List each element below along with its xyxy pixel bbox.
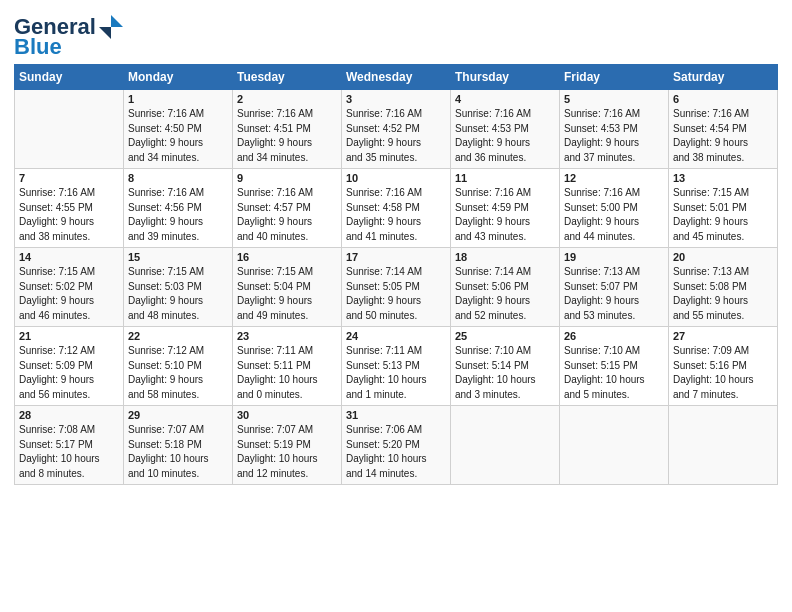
calendar-cell: 21Sunrise: 7:12 AM Sunset: 5:09 PM Dayli…: [15, 327, 124, 406]
day-info: Sunrise: 7:10 AM Sunset: 5:14 PM Dayligh…: [455, 344, 555, 402]
calendar-cell: 22Sunrise: 7:12 AM Sunset: 5:10 PM Dayli…: [124, 327, 233, 406]
logo: General Blue: [14, 14, 124, 58]
day-info: Sunrise: 7:16 AM Sunset: 4:52 PM Dayligh…: [346, 107, 446, 165]
day-number: 2: [237, 93, 337, 105]
day-number: 20: [673, 251, 773, 263]
day-info: Sunrise: 7:15 AM Sunset: 5:04 PM Dayligh…: [237, 265, 337, 323]
calendar-cell: 26Sunrise: 7:10 AM Sunset: 5:15 PM Dayli…: [560, 327, 669, 406]
calendar-cell: 5Sunrise: 7:16 AM Sunset: 4:53 PM Daylig…: [560, 90, 669, 169]
calendar-cell: 9Sunrise: 7:16 AM Sunset: 4:57 PM Daylig…: [233, 169, 342, 248]
day-info: Sunrise: 7:16 AM Sunset: 4:58 PM Dayligh…: [346, 186, 446, 244]
day-number: 26: [564, 330, 664, 342]
day-number: 12: [564, 172, 664, 184]
main-container: General Blue SundayMondayTuesdayWednesda…: [0, 0, 792, 495]
header-row: SundayMondayTuesdayWednesdayThursdayFrid…: [15, 65, 778, 90]
svg-marker-1: [99, 27, 111, 39]
day-info: Sunrise: 7:14 AM Sunset: 5:06 PM Dayligh…: [455, 265, 555, 323]
day-number: 23: [237, 330, 337, 342]
day-info: Sunrise: 7:12 AM Sunset: 5:10 PM Dayligh…: [128, 344, 228, 402]
calendar-cell: 30Sunrise: 7:07 AM Sunset: 5:19 PM Dayli…: [233, 406, 342, 485]
calendar-cell: 23Sunrise: 7:11 AM Sunset: 5:11 PM Dayli…: [233, 327, 342, 406]
calendar-cell: 25Sunrise: 7:10 AM Sunset: 5:14 PM Dayli…: [451, 327, 560, 406]
day-number: 18: [455, 251, 555, 263]
day-info: Sunrise: 7:16 AM Sunset: 4:56 PM Dayligh…: [128, 186, 228, 244]
day-info: Sunrise: 7:15 AM Sunset: 5:02 PM Dayligh…: [19, 265, 119, 323]
day-number: 31: [346, 409, 446, 421]
calendar-table: SundayMondayTuesdayWednesdayThursdayFrid…: [14, 64, 778, 485]
calendar-cell: 7Sunrise: 7:16 AM Sunset: 4:55 PM Daylig…: [15, 169, 124, 248]
col-header-thursday: Thursday: [451, 65, 560, 90]
calendar-cell: 27Sunrise: 7:09 AM Sunset: 5:16 PM Dayli…: [669, 327, 778, 406]
calendar-cell: 18Sunrise: 7:14 AM Sunset: 5:06 PM Dayli…: [451, 248, 560, 327]
calendar-cell: [560, 406, 669, 485]
day-number: 29: [128, 409, 228, 421]
calendar-cell: [451, 406, 560, 485]
calendar-cell: 24Sunrise: 7:11 AM Sunset: 5:13 PM Dayli…: [342, 327, 451, 406]
day-number: 13: [673, 172, 773, 184]
day-number: 3: [346, 93, 446, 105]
day-number: 15: [128, 251, 228, 263]
day-number: 7: [19, 172, 119, 184]
day-number: 11: [455, 172, 555, 184]
calendar-cell: 6Sunrise: 7:16 AM Sunset: 4:54 PM Daylig…: [669, 90, 778, 169]
week-row-4: 21Sunrise: 7:12 AM Sunset: 5:09 PM Dayli…: [15, 327, 778, 406]
day-info: Sunrise: 7:16 AM Sunset: 4:51 PM Dayligh…: [237, 107, 337, 165]
day-info: Sunrise: 7:16 AM Sunset: 4:57 PM Dayligh…: [237, 186, 337, 244]
day-info: Sunrise: 7:16 AM Sunset: 5:00 PM Dayligh…: [564, 186, 664, 244]
col-header-tuesday: Tuesday: [233, 65, 342, 90]
day-info: Sunrise: 7:16 AM Sunset: 4:54 PM Dayligh…: [673, 107, 773, 165]
col-header-saturday: Saturday: [669, 65, 778, 90]
day-info: Sunrise: 7:07 AM Sunset: 5:19 PM Dayligh…: [237, 423, 337, 481]
day-info: Sunrise: 7:06 AM Sunset: 5:20 PM Dayligh…: [346, 423, 446, 481]
col-header-wednesday: Wednesday: [342, 65, 451, 90]
logo-blue-text: Blue: [14, 36, 62, 58]
day-number: 17: [346, 251, 446, 263]
day-number: 14: [19, 251, 119, 263]
day-info: Sunrise: 7:09 AM Sunset: 5:16 PM Dayligh…: [673, 344, 773, 402]
day-info: Sunrise: 7:08 AM Sunset: 5:17 PM Dayligh…: [19, 423, 119, 481]
day-info: Sunrise: 7:15 AM Sunset: 5:03 PM Dayligh…: [128, 265, 228, 323]
calendar-cell: 15Sunrise: 7:15 AM Sunset: 5:03 PM Dayli…: [124, 248, 233, 327]
day-info: Sunrise: 7:13 AM Sunset: 5:08 PM Dayligh…: [673, 265, 773, 323]
day-info: Sunrise: 7:11 AM Sunset: 5:13 PM Dayligh…: [346, 344, 446, 402]
day-info: Sunrise: 7:15 AM Sunset: 5:01 PM Dayligh…: [673, 186, 773, 244]
day-info: Sunrise: 7:12 AM Sunset: 5:09 PM Dayligh…: [19, 344, 119, 402]
week-row-1: 1Sunrise: 7:16 AM Sunset: 4:50 PM Daylig…: [15, 90, 778, 169]
day-number: 19: [564, 251, 664, 263]
day-info: Sunrise: 7:10 AM Sunset: 5:15 PM Dayligh…: [564, 344, 664, 402]
day-number: 22: [128, 330, 228, 342]
calendar-cell: 31Sunrise: 7:06 AM Sunset: 5:20 PM Dayli…: [342, 406, 451, 485]
calendar-cell: 13Sunrise: 7:15 AM Sunset: 5:01 PM Dayli…: [669, 169, 778, 248]
week-row-3: 14Sunrise: 7:15 AM Sunset: 5:02 PM Dayli…: [15, 248, 778, 327]
calendar-cell: [15, 90, 124, 169]
day-number: 10: [346, 172, 446, 184]
calendar-cell: 11Sunrise: 7:16 AM Sunset: 4:59 PM Dayli…: [451, 169, 560, 248]
col-header-friday: Friday: [560, 65, 669, 90]
day-number: 28: [19, 409, 119, 421]
day-number: 6: [673, 93, 773, 105]
calendar-cell: 12Sunrise: 7:16 AM Sunset: 5:00 PM Dayli…: [560, 169, 669, 248]
day-info: Sunrise: 7:14 AM Sunset: 5:05 PM Dayligh…: [346, 265, 446, 323]
day-info: Sunrise: 7:16 AM Sunset: 4:59 PM Dayligh…: [455, 186, 555, 244]
day-info: Sunrise: 7:16 AM Sunset: 4:50 PM Dayligh…: [128, 107, 228, 165]
day-number: 5: [564, 93, 664, 105]
day-number: 24: [346, 330, 446, 342]
calendar-cell: 29Sunrise: 7:07 AM Sunset: 5:18 PM Dayli…: [124, 406, 233, 485]
calendar-cell: 3Sunrise: 7:16 AM Sunset: 4:52 PM Daylig…: [342, 90, 451, 169]
calendar-cell: 16Sunrise: 7:15 AM Sunset: 5:04 PM Dayli…: [233, 248, 342, 327]
day-number: 8: [128, 172, 228, 184]
calendar-cell: 14Sunrise: 7:15 AM Sunset: 5:02 PM Dayli…: [15, 248, 124, 327]
day-number: 30: [237, 409, 337, 421]
day-info: Sunrise: 7:16 AM Sunset: 4:53 PM Dayligh…: [564, 107, 664, 165]
day-info: Sunrise: 7:16 AM Sunset: 4:53 PM Dayligh…: [455, 107, 555, 165]
calendar-cell: 8Sunrise: 7:16 AM Sunset: 4:56 PM Daylig…: [124, 169, 233, 248]
calendar-cell: 19Sunrise: 7:13 AM Sunset: 5:07 PM Dayli…: [560, 248, 669, 327]
calendar-cell: 1Sunrise: 7:16 AM Sunset: 4:50 PM Daylig…: [124, 90, 233, 169]
day-info: Sunrise: 7:13 AM Sunset: 5:07 PM Dayligh…: [564, 265, 664, 323]
logo-icon: [98, 14, 124, 40]
col-header-sunday: Sunday: [15, 65, 124, 90]
day-info: Sunrise: 7:07 AM Sunset: 5:18 PM Dayligh…: [128, 423, 228, 481]
calendar-cell: 20Sunrise: 7:13 AM Sunset: 5:08 PM Dayli…: [669, 248, 778, 327]
day-number: 25: [455, 330, 555, 342]
day-number: 9: [237, 172, 337, 184]
